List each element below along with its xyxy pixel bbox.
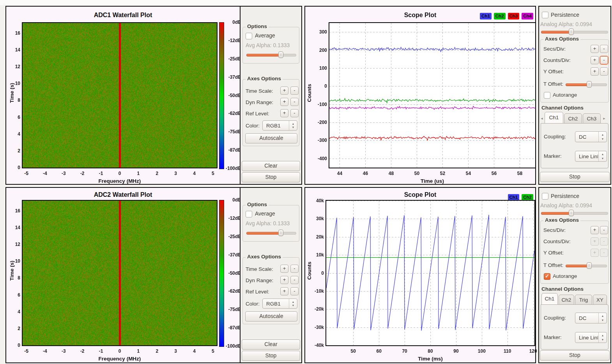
marker-spinbox[interactable]: Line Link	[575, 332, 607, 343]
average-checkbox[interactable]	[246, 211, 252, 217]
persistence-checkbox[interactable]	[542, 12, 548, 18]
axes-options-group-label: Axes Options	[543, 217, 580, 223]
dyn-range-plus-button[interactable]: +	[280, 98, 288, 106]
stop-button[interactable]: Stop	[242, 351, 300, 361]
channel-options-group-label: Channel Options	[541, 286, 584, 292]
sc1-canvas[interactable]	[329, 23, 535, 168]
sc2-canvas[interactable]	[326, 201, 534, 345]
stop-button[interactable]: Stop	[540, 172, 610, 182]
tab-scroll-right-icon[interactable]	[602, 113, 606, 124]
clear-button[interactable]: Clear	[242, 161, 300, 171]
tab-scroll-left-icon[interactable]	[540, 113, 544, 124]
autorange-checkbox[interactable]	[544, 273, 550, 280]
dyn-range-minus-button[interactable]: -	[290, 276, 299, 284]
spin-arrows	[598, 132, 607, 142]
counts-div-minus-button[interactable]: -	[600, 56, 608, 64]
y-offset-minus-button[interactable]: -	[600, 249, 608, 257]
colorbar-tick-label: -12dB	[224, 38, 241, 43]
axes-options-group-label: Axes Options	[246, 254, 283, 260]
t-offset-slider[interactable]	[566, 83, 607, 86]
ref-level-minus-button[interactable]: -	[290, 287, 299, 295]
spin-down-icon[interactable]	[599, 338, 607, 341]
autorange-checkbox[interactable]	[544, 92, 550, 99]
analog-alpha-slider[interactable]	[541, 31, 608, 34]
y-offset-plus-button[interactable]: +	[591, 249, 599, 257]
time-scale-minus-button[interactable]: -	[290, 265, 299, 273]
spin-down-icon[interactable]	[599, 319, 607, 322]
x-tick-label: 2	[149, 348, 166, 354]
counts-div-plus-button[interactable]: +	[591, 56, 599, 64]
wf1-canvas[interactable]	[23, 23, 217, 168]
x-tick-label: 46	[357, 171, 374, 176]
spin-up-icon[interactable]	[599, 334, 607, 337]
spin-up-icon[interactable]	[289, 300, 297, 303]
color-spinbox[interactable]: RGB1	[262, 299, 297, 309]
coupling-spinbox[interactable]: DC	[575, 313, 607, 323]
slider-handle[interactable]	[569, 28, 574, 35]
slider-handle[interactable]	[569, 210, 574, 216]
spin-up-icon[interactable]	[599, 133, 607, 136]
secs-div-plus-button[interactable]: +	[591, 226, 599, 234]
secs-div-minus-button[interactable]: -	[600, 45, 608, 53]
stop-button[interactable]: Stop	[540, 350, 610, 360]
adc2-waterfall-chart[interactable]: -5-4-3-2-10123450246810121416	[6, 188, 240, 362]
slider-handle[interactable]	[278, 230, 283, 236]
slider-handle[interactable]	[278, 51, 283, 58]
clear-button[interactable]: Clear	[242, 339, 300, 350]
counts-div-minus-button[interactable]: -	[600, 237, 608, 246]
autoscale-button[interactable]: Autoscale	[245, 311, 297, 322]
spin-down-icon[interactable]	[599, 138, 607, 140]
slider-handle[interactable]	[587, 262, 592, 269]
avg-alpha-slider[interactable]	[246, 232, 296, 235]
secs-div-plus-button[interactable]: +	[591, 45, 599, 53]
coupling-spinbox[interactable]: DC	[575, 131, 607, 142]
color-spinbox[interactable]: RGB1	[262, 120, 297, 131]
spin-arrows	[598, 313, 607, 323]
avg-alpha-slider[interactable]	[246, 54, 296, 57]
tab-ch3[interactable]: Ch3	[583, 113, 601, 124]
ref-level-plus-button[interactable]: +	[280, 109, 288, 117]
tab-xy[interactable]: XY	[593, 295, 607, 305]
stop-button[interactable]: Stop	[242, 172, 300, 182]
scope2-plot-zone: Scope Plot Ch1Ch2 506070809010011012040k…	[305, 188, 535, 362]
ref-level-minus-button[interactable]: -	[290, 109, 299, 117]
autoscale-button[interactable]: Autoscale	[245, 133, 297, 143]
adc1-waterfall-chart[interactable]: -5-4-3-2-10123450246810121416	[6, 7, 240, 184]
time-scale-minus-button[interactable]: -	[290, 87, 299, 95]
x-axis-label: Frequency (MHz)	[23, 178, 217, 184]
x-tick-label: -3	[55, 171, 72, 176]
colorbar-labels: 0dB-12dB-25dB-37dB-50dB-62dB-75dB-87dB-1…	[224, 200, 241, 346]
t-offset-label: T Offset:	[543, 262, 563, 268]
time-scale-plus-button[interactable]: +	[280, 87, 288, 95]
analog-alpha-slider[interactable]	[541, 212, 608, 215]
dyn-range-plus-button[interactable]: +	[280, 276, 288, 284]
scope2-chart[interactable]: 506070809010011012040k30k20k10k0-10k-20k…	[305, 188, 535, 362]
spin-up-icon[interactable]	[289, 122, 297, 125]
spin-down-icon[interactable]	[289, 304, 297, 307]
y-offset-plus-button[interactable]: +	[591, 67, 599, 76]
spin-down-icon[interactable]	[289, 126, 297, 129]
ref-level-plus-button[interactable]: +	[280, 287, 288, 295]
y-offset-label: Y Offset:	[543, 250, 564, 256]
y-offset-minus-button[interactable]: -	[600, 67, 608, 76]
y-tick-label: 100	[310, 65, 327, 71]
spin-up-icon[interactable]	[599, 315, 607, 317]
t-offset-slider[interactable]	[566, 265, 607, 267]
secs-div-minus-button[interactable]: -	[600, 226, 608, 234]
average-checkbox[interactable]	[246, 33, 252, 39]
tab-ch2[interactable]: Ch2	[559, 295, 574, 305]
persistence-checkbox[interactable]	[542, 193, 548, 200]
tab-ch1[interactable]: Ch1	[545, 112, 563, 124]
counts-div-plus-button[interactable]: +	[591, 237, 599, 246]
marker-spinbox[interactable]: Line Link	[575, 151, 607, 162]
dyn-range-minus-button[interactable]: -	[290, 98, 299, 106]
scope1-chart[interactable]: 44464850525456583002001000-100-200-300-4…	[305, 7, 535, 184]
tab-ch1[interactable]: Ch1	[541, 293, 558, 305]
slider-handle[interactable]	[587, 81, 592, 88]
spin-down-icon[interactable]	[599, 157, 607, 160]
tab-trig[interactable]: Trig	[575, 295, 592, 305]
tab-ch2[interactable]: Ch2	[564, 113, 582, 124]
wf2-canvas[interactable]	[23, 201, 217, 345]
time-scale-plus-button[interactable]: +	[280, 265, 288, 273]
spin-up-icon[interactable]	[599, 153, 607, 155]
